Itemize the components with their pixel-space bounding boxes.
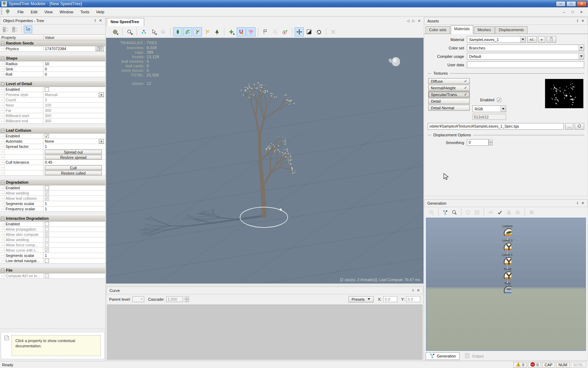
texture-enabled-checkbox[interactable]: ✓ xyxy=(497,98,501,102)
maximize-button[interactable]: □ xyxy=(566,1,576,7)
texture-slot-detail[interactable]: Detail xyxy=(428,98,470,104)
tab-generation[interactable]: Generation xyxy=(426,352,460,360)
context-help-icon[interactable]: ? xyxy=(24,26,32,33)
gravity-icon[interactable] xyxy=(280,27,289,36)
action-button[interactable]: Restore spread xyxy=(45,155,102,159)
texture-path-input[interactable]: odeler¥Samples¥Textures¥SampleLeaves_1_S… xyxy=(428,123,564,130)
parent-level-select[interactable]: ▼ xyxy=(132,296,144,302)
generation-node-leaves[interactable]: Leaves xyxy=(493,224,522,236)
move-icon[interactable] xyxy=(295,27,304,36)
leaf-icon[interactable] xyxy=(173,27,182,36)
reload-icon[interactable] xyxy=(575,123,584,130)
collapse-icon[interactable] xyxy=(1,217,4,220)
node-select-icon[interactable] xyxy=(139,27,148,36)
property-value[interactable]: 10 xyxy=(45,62,49,66)
tab-close-icon[interactable]: ✕ xyxy=(418,19,421,23)
checkbox[interactable] xyxy=(45,259,49,263)
menu-edit[interactable]: Edit xyxy=(27,8,41,15)
cascade-input[interactable]: 1.000 xyxy=(166,296,183,302)
checkbox[interactable] xyxy=(45,222,49,226)
viewport-3d[interactable]: TRIANGLES - TREE branches:8,039caps:389f… xyxy=(106,38,424,284)
tree-icon[interactable] xyxy=(212,27,222,36)
user-data-input[interactable] xyxy=(467,61,584,68)
minimize-button[interactable]: ─ xyxy=(556,1,566,7)
chevron-down-icon[interactable]: ▼ xyxy=(99,93,104,97)
presets-dropdown[interactable]: Presets xyxy=(349,296,373,302)
tab-meshes[interactable]: Meshes xyxy=(474,26,495,34)
collapse-icon[interactable] xyxy=(1,57,4,60)
frond-icon[interactable] xyxy=(183,27,192,36)
action-button[interactable]: Restore culled xyxy=(45,171,102,175)
section-header[interactable]: Shape xyxy=(0,55,105,61)
panel-close-icon[interactable] xyxy=(580,200,586,206)
close-button[interactable]: ✕ xyxy=(577,1,587,7)
section-header[interactable]: Leaf Collision xyxy=(0,128,105,134)
mdi-restore-button[interactable]: □ xyxy=(569,9,576,15)
add-icon[interactable] xyxy=(227,27,236,36)
chevron-down-icon[interactable]: ▼ xyxy=(99,139,104,144)
corner-box-icon[interactable] xyxy=(304,27,314,36)
magnifier-icon[interactable] xyxy=(125,27,134,36)
collapse-icon[interactable] xyxy=(1,129,4,132)
property-value[interactable]: 1 xyxy=(45,253,47,258)
checkbox[interactable]: ✓ xyxy=(45,134,49,138)
toolbar-grip[interactable] xyxy=(1,8,2,15)
property-value[interactable]: 300 xyxy=(45,108,51,113)
property-value[interactable]: 0 xyxy=(45,72,47,76)
property-value[interactable]: 1 xyxy=(45,144,47,149)
y-input[interactable]: 0.0 xyxy=(406,296,420,302)
generation-node-tree[interactable]: Tree xyxy=(493,282,522,293)
magnifier-icon[interactable] xyxy=(450,208,458,217)
texture-slot-normal-height[interactable]: Normal/Height✓ xyxy=(428,85,470,91)
column-header-property[interactable]: Property xyxy=(0,35,43,40)
property-value[interactable]: 0.45 xyxy=(45,160,52,164)
material-dropdown[interactable]: SampleLeaves_1 xyxy=(467,36,526,43)
texture-slot-specular-trans-[interactable]: Specular/Trans.✓ xyxy=(428,91,470,97)
branch-icon[interactable] xyxy=(193,27,202,36)
panel-close-icon[interactable] xyxy=(580,18,586,24)
property-value[interactable]: 300 xyxy=(45,119,51,123)
panel-close-icon[interactable] xyxy=(416,288,421,293)
curve-canvas[interactable] xyxy=(107,305,422,360)
texture-slot-detail-normal[interactable]: Detail Normal xyxy=(428,105,470,111)
section-header[interactable]: Degradation xyxy=(0,179,105,185)
dropdown-value[interactable]: None xyxy=(45,139,54,143)
collapse-icon[interactable] xyxy=(1,82,4,86)
tab-prev-icon[interactable]: ◁ xyxy=(407,19,410,23)
action-button[interactable]: Spread out xyxy=(45,150,102,154)
dropdown-value[interactable]: Manual xyxy=(45,93,57,97)
property-value[interactable]: 0 xyxy=(45,67,47,71)
tab-materials[interactable]: Materials xyxy=(451,25,474,34)
material-add-button[interactable]: + xyxy=(538,36,545,43)
color-set-dropdown[interactable]: Branches xyxy=(467,45,584,51)
errors-indicator[interactable]: STOP0 xyxy=(528,362,541,368)
section-header[interactable]: Random Seeds xyxy=(0,40,105,46)
compiler-usage-dropdown[interactable]: Default xyxy=(467,53,584,60)
tab-color-sets[interactable]: Color sets xyxy=(426,26,450,34)
warnings-indicator[interactable]: 0 xyxy=(513,362,527,368)
property-value[interactable]: 1 xyxy=(45,207,47,211)
channel-dropdown[interactable]: RGB xyxy=(472,105,506,112)
collapse-icon[interactable] xyxy=(1,42,4,45)
smoothing-stepper[interactable]: ▲▼ xyxy=(489,139,493,145)
collapse-icon[interactable] xyxy=(1,181,4,184)
expand-all-icon[interactable] xyxy=(11,26,19,33)
select-arrow-icon[interactable] xyxy=(149,27,158,36)
menu-file[interactable]: File xyxy=(14,8,27,15)
check-icon[interactable] xyxy=(496,208,504,217)
generation-node-trunk[interactable]: Trunk xyxy=(493,267,522,279)
generation-node-canvas[interactable]: LeavesLevel 2Level 1TrunkTree xyxy=(426,218,586,351)
texture-slot-diffuse[interactable]: Diffuse✓ xyxy=(428,78,470,84)
panel-close-icon[interactable] xyxy=(98,18,104,23)
texture-preview[interactable] xyxy=(545,79,583,108)
camera-globe-icon[interactable] xyxy=(111,27,120,36)
checkbox[interactable] xyxy=(45,186,49,190)
smoothing-input[interactable]: 0 xyxy=(467,139,489,146)
tab-next-icon[interactable]: ▷ xyxy=(412,19,415,23)
tab-displacements[interactable]: Displacements xyxy=(495,26,527,34)
node-edit-icon[interactable] xyxy=(441,208,449,217)
cascade-stepper[interactable]: ▲▼ xyxy=(185,296,189,302)
rotate-icon[interactable] xyxy=(314,27,323,36)
clipboard-icon[interactable] xyxy=(547,36,556,43)
menu-window[interactable]: Window xyxy=(56,8,77,15)
